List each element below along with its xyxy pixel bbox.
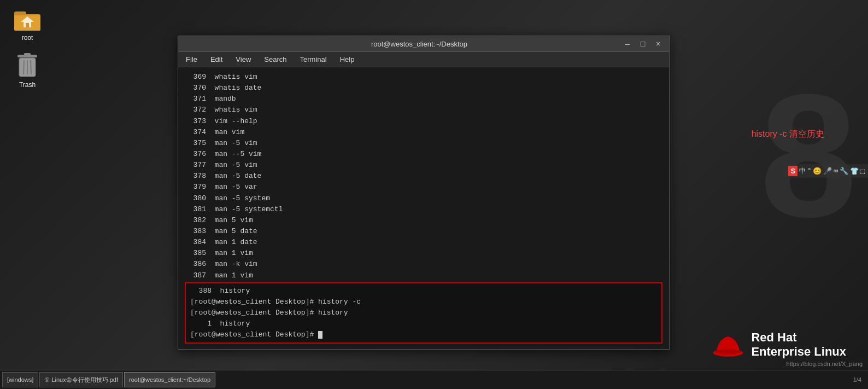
terminal-line-375: 375 man -5 vim — [185, 138, 662, 149]
tray-keyboard-icon[interactable]: ⌨ — [834, 167, 838, 176]
terminal-close-btn[interactable]: × — [653, 39, 664, 48]
tray-s-icon[interactable]: S — [788, 166, 797, 176]
terminal-line-1-history: 1 history — [190, 318, 657, 329]
taskbar-item-terminal[interactable]: root@westos_client:~/Desktop — [124, 372, 215, 387]
url-text: https://blog.csdn.net/X_pang — [787, 361, 863, 367]
taskbar-page: 1/4 — [853, 376, 866, 383]
svg-point-14 — [715, 349, 741, 354]
taskbar-item-pdf[interactable]: ① Linux命令行使用技巧.pdf — [39, 372, 123, 387]
terminal-line-378: 378 man -5 date — [185, 171, 662, 182]
trash-icon — [14, 53, 40, 79]
menu-file[interactable]: File — [184, 54, 200, 65]
terminal-window: root@westos_client:~/Desktop – □ × File … — [178, 36, 670, 350]
terminal-line-387: 387 man 1 vim — [185, 270, 662, 281]
terminal-line-377: 377 man -5 vim — [185, 160, 662, 171]
terminal-line-372: 372 whatis vim — [185, 104, 662, 115]
terminal-minimize-btn[interactable]: – — [622, 39, 633, 48]
redhat-text-line2: Enterprise Linux — [751, 345, 846, 359]
tray-dot-icon[interactable]: ° — [807, 167, 811, 175]
terminal-line-388: 388 history — [190, 286, 657, 297]
taskbar-item-windows-label: [windows] — [7, 376, 33, 383]
terminal-menubar: File Edit View Search Terminal Help — [178, 52, 669, 67]
terminal-line-374: 374 man vim — [185, 127, 662, 138]
tray-tools-icon[interactable]: 🔧 — [840, 167, 848, 176]
taskbar-item-terminal-label: root@westos_client:~/Desktop — [129, 376, 210, 383]
annotation-text: history -c 清空历史 — [752, 129, 824, 140]
svg-rect-5 — [26, 23, 29, 27]
terminal-line-382: 382 man 5 vim — [185, 215, 662, 226]
taskbar-item-windows[interactable]: [windows] — [2, 372, 38, 387]
terminal-highlight-box: 388 history [root@westos_client Desktop]… — [185, 282, 662, 344]
terminal-line-376: 376 man --5 vim — [185, 149, 662, 160]
desktop: 8 root — [0, 0, 868, 389]
terminal-line-370: 370 whatis date — [185, 83, 662, 94]
desktop-icons-area: root Trash — [5, 5, 49, 89]
terminal-line-386: 386 man -k vim — [185, 259, 662, 270]
taskbar-item-pdf-label: ① Linux命令行使用技巧.pdf — [44, 376, 118, 384]
svg-line-12 — [31, 60, 31, 74]
watermark: 8 — [760, 55, 857, 256]
terminal-line-380: 380 man -5 system — [185, 193, 662, 204]
terminal-line-381: 381 man -5 systemctl — [185, 204, 662, 215]
terminal-line-385: 385 man 1 vim — [185, 248, 662, 259]
terminal-line-369: 369 whatis vim — [185, 72, 662, 83]
menu-help[interactable]: Help — [338, 54, 357, 65]
terminal-titlebar: root@westos_client:~/Desktop – □ × — [178, 36, 669, 52]
terminal-line-373: 373 vim --help — [185, 116, 662, 127]
tray-chinese-icon[interactable]: 中 — [799, 166, 806, 176]
terminal-controls: – □ × — [622, 39, 664, 48]
terminal-line-384: 384 man 1 date — [185, 237, 662, 248]
terminal-line-379: 379 man -5 var — [185, 182, 662, 193]
system-tray: S 中 ° 😊 🎤 ⌨ 🔧 👕 ⬚ — [785, 164, 868, 178]
svg-rect-7 — [24, 53, 31, 56]
svg-line-10 — [24, 60, 24, 74]
redhat-text-block: Red Hat Enterprise Linux — [751, 330, 846, 359]
redhat-hat-icon — [712, 331, 744, 358]
taskbar: [windows] ① Linux命令行使用技巧.pdf root@westos… — [0, 370, 868, 389]
root-icon-label: root — [22, 34, 33, 42]
home-folder-icon — [14, 5, 40, 32]
menu-terminal[interactable]: Terminal — [298, 54, 329, 65]
terminal-line-history: [root@westos_client Desktop]# history — [190, 307, 657, 318]
desktop-icon-root[interactable]: root — [5, 5, 49, 42]
redhat-text-line1: Red Hat — [751, 330, 846, 345]
tray-emoji-icon[interactable]: 😊 — [813, 167, 822, 176]
terminal-title: root@westos_client:~/Desktop — [216, 40, 622, 48]
menu-search[interactable]: Search — [262, 54, 289, 65]
menu-edit[interactable]: Edit — [208, 54, 225, 65]
terminal-prompt: [root@westos_client Desktop]# — [190, 329, 657, 340]
tray-mic-icon[interactable]: 🎤 — [823, 167, 832, 176]
desktop-icon-trash[interactable]: Trash — [5, 53, 49, 89]
terminal-maximize-btn[interactable]: □ — [637, 39, 648, 48]
menu-view[interactable]: View — [233, 54, 253, 65]
terminal-line-383: 383 man 5 date — [185, 226, 662, 237]
trash-icon-label: Trash — [19, 81, 36, 89]
cursor — [318, 331, 322, 339]
terminal-line-371: 371 mandb — [185, 94, 662, 104]
tray-grid-icon[interactable]: ⬚ — [860, 167, 865, 176]
terminal-content[interactable]: 369 whatis vim 370 whatis date 371 mandb… — [178, 67, 669, 349]
terminal-line-history-c: [root@westos_client Desktop]# history -c — [190, 297, 657, 307]
redhat-logo: Red Hat Enterprise Linux — [712, 330, 846, 359]
tray-shirt-icon[interactable]: 👕 — [850, 167, 859, 176]
